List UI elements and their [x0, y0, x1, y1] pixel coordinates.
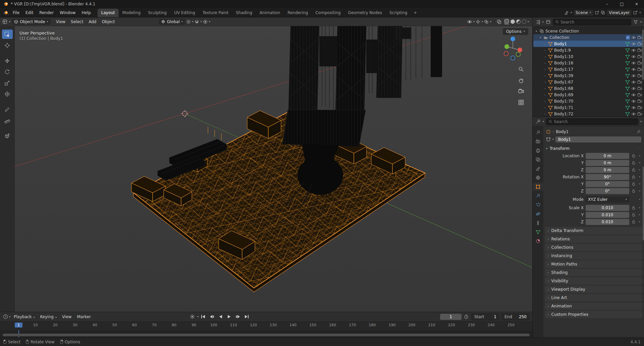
- mode-dropdown[interactable]: Object Mode ▾: [12, 19, 51, 25]
- outliner-search-input[interactable]: [560, 20, 629, 24]
- animate-decorator[interactable]: •: [638, 220, 641, 224]
- scene-collection-row[interactable]: ▾ Scene Collection: [533, 28, 643, 34]
- outliner-scrollbar[interactable]: [642, 30, 644, 80]
- viewport-options-button[interactable]: Options ▾: [503, 28, 528, 35]
- disclosure-icon[interactable]: ›: [543, 93, 547, 97]
- lock-icon[interactable]: [631, 161, 636, 165]
- collapsed-panel-header[interactable]: › Delta Transform: [545, 227, 642, 234]
- play-reverse-button[interactable]: [217, 313, 225, 320]
- jump-to-start-button[interactable]: [199, 313, 207, 320]
- animate-decorator[interactable]: •: [638, 154, 641, 158]
- tab-particles[interactable]: [533, 201, 543, 209]
- snap-settings-chevron-icon[interactable]: ▾: [201, 20, 202, 23]
- hide-eye-icon[interactable]: [631, 93, 636, 97]
- lock-icon[interactable]: [631, 206, 636, 210]
- viewlayer-name-field[interactable]: ViewLayer: [606, 9, 632, 16]
- outliner-object-row[interactable]: › Body1:72: [533, 111, 643, 117]
- hide-eye-icon[interactable]: [631, 42, 636, 46]
- timeline-menu-item[interactable]: Keying: [38, 313, 59, 321]
- animate-decorator[interactable]: •: [638, 206, 641, 210]
- collapsed-panel-header[interactable]: › Custom Properties: [545, 311, 642, 318]
- collapsed-panel-header[interactable]: › Viewport Display: [545, 286, 642, 293]
- object-name[interactable]: Body1:39: [554, 73, 624, 78]
- object-name[interactable]: Body1:72: [554, 112, 624, 116]
- collapsed-panel-header[interactable]: › Shading: [545, 269, 642, 276]
- workspace-tab[interactable]: Modeling: [119, 9, 145, 17]
- disclosure-icon[interactable]: ›: [543, 80, 547, 84]
- close-button[interactable]: ×: [629, 0, 644, 8]
- shading-solid-button[interactable]: [511, 19, 515, 24]
- display-mode-icon[interactable]: [545, 19, 551, 25]
- object-name[interactable]: Body1:70: [554, 99, 624, 104]
- outliner-object-row[interactable]: › Body1:9: [533, 47, 643, 53]
- collapsed-panel-header[interactable]: › Animation: [545, 302, 642, 310]
- timeline-menu-item[interactable]: Playback: [11, 313, 38, 321]
- collapsed-panel-header[interactable]: › Instancing: [545, 252, 642, 260]
- shading-rendered-button[interactable]: [522, 19, 526, 24]
- camera-render-icon[interactable]: [637, 93, 642, 97]
- visibility-chevron-icon[interactable]: ▾: [473, 20, 475, 23]
- animate-decorator[interactable]: •: [638, 189, 641, 193]
- value-field[interactable]: 0 m: [586, 167, 629, 173]
- object-name[interactable]: Body1:71: [554, 105, 624, 110]
- value-field[interactable]: 90°: [586, 174, 629, 180]
- camera-render-icon[interactable]: [637, 42, 642, 46]
- value-field[interactable]: 0.010: [586, 219, 629, 225]
- menu-item[interactable]: Edit: [23, 9, 36, 16]
- tab-view-layer[interactable]: [533, 156, 543, 164]
- start-frame-field[interactable]: Start 1: [471, 313, 499, 320]
- object-id-icon[interactable]: [546, 137, 551, 142]
- disclosure-icon[interactable]: ›: [543, 100, 547, 103]
- disclosure-icon[interactable]: ›: [543, 61, 547, 65]
- disclosure-icon[interactable]: ›: [543, 42, 547, 46]
- editor-type-icon[interactable]: [2, 19, 8, 24]
- value-field[interactable]: 0 m: [586, 160, 629, 166]
- timeline-menu-item[interactable]: View: [59, 313, 74, 321]
- menu-item[interactable]: File: [10, 9, 22, 16]
- object-name[interactable]: Body1: [554, 42, 624, 46]
- outliner-object-row[interactable]: › Body1: [533, 41, 643, 47]
- lock-icon[interactable]: [631, 175, 636, 179]
- snap-magnet-icon[interactable]: [194, 19, 200, 24]
- end-frame-field[interactable]: End 250: [501, 313, 530, 320]
- menu-item[interactable]: Render: [37, 9, 56, 16]
- hide-eye-icon[interactable]: [631, 48, 636, 53]
- outliner-search-field[interactable]: [553, 19, 631, 25]
- editor-type-chevron-icon[interactable]: ▾: [9, 20, 10, 23]
- preview-range-clock-icon[interactable]: [464, 314, 469, 320]
- hide-eye-icon[interactable]: [631, 35, 636, 40]
- gizmos-chevron-icon[interactable]: ▾: [482, 20, 483, 23]
- workspace-tab[interactable]: Geometry Nodes: [344, 9, 386, 17]
- hide-eye-icon[interactable]: [631, 54, 636, 59]
- disclosure-icon[interactable]: ▾: [539, 36, 542, 39]
- collection-checkbox[interactable]: ✓: [626, 36, 630, 40]
- camera-render-icon[interactable]: [637, 61, 642, 65]
- workspace-tab[interactable]: Layout: [98, 9, 119, 17]
- filter-funnel-icon[interactable]: [633, 19, 639, 25]
- camera-render-icon[interactable]: [637, 67, 642, 72]
- outliner-editor-type-icon[interactable]: [535, 19, 541, 25]
- outliner-editor-chevron-icon[interactable]: ▾: [542, 21, 544, 23]
- tool-scale[interactable]: [2, 78, 13, 88]
- overlays-chevron-icon[interactable]: ▾: [490, 20, 491, 23]
- workspace-tab[interactable]: UV Editing: [170, 9, 199, 17]
- properties-search-input[interactable]: [554, 119, 636, 124]
- 3d-scene[interactable]: [0, 26, 532, 312]
- value-field[interactable]: 0.010: [586, 212, 629, 218]
- viewport-menu-item[interactable]: Select: [68, 18, 86, 25]
- hide-eye-icon[interactable]: [631, 80, 636, 84]
- properties-editor-chevron-icon[interactable]: ▾: [543, 120, 544, 123]
- rotation-mode-dropdown[interactable]: XYZ Euler ▾: [586, 196, 629, 203]
- scene-browse-icon[interactable]: [564, 10, 569, 15]
- timeline-menu-item[interactable]: Marker: [74, 313, 93, 321]
- animate-decorator[interactable]: •: [638, 168, 641, 172]
- timeline-horizontal-scrollbar[interactable]: [3, 334, 530, 336]
- hide-eye-icon[interactable]: [631, 86, 636, 91]
- value-field[interactable]: 0 m: [586, 153, 629, 159]
- tab-object-data[interactable]: [533, 228, 543, 236]
- outliner-object-row[interactable]: › Body1:17: [533, 66, 643, 72]
- tool-annotate[interactable]: [2, 105, 13, 114]
- tab-constraints[interactable]: [533, 219, 543, 227]
- workspace-tab[interactable]: Sculpting: [144, 9, 170, 17]
- disclosure-icon[interactable]: ›: [543, 112, 547, 116]
